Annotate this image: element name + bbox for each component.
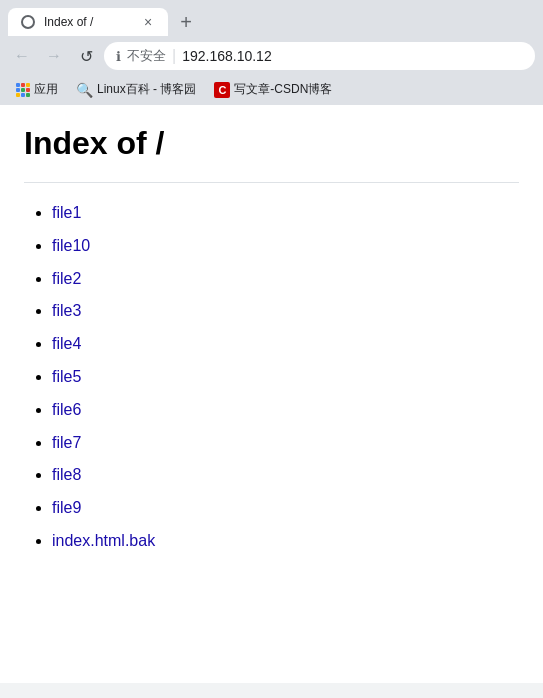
file-link[interactable]: file7 [52, 434, 81, 451]
security-icon: ℹ [116, 49, 121, 64]
address-bar-row: ← → ↺ ℹ 不安全 | 192.168.10.12 [0, 36, 543, 76]
address-url: 192.168.10.12 [182, 48, 272, 64]
bookmark-csdn-label: 写文章-CSDN博客 [234, 81, 332, 98]
file-link[interactable]: file3 [52, 302, 81, 319]
tab-close-button[interactable]: × [140, 14, 156, 30]
separator [24, 182, 519, 183]
active-tab[interactable]: Index of / × [8, 8, 168, 36]
address-bar[interactable]: ℹ 不安全 | 192.168.10.12 [104, 42, 535, 70]
list-item: file2 [52, 265, 519, 294]
list-item: file10 [52, 232, 519, 261]
list-item: file1 [52, 199, 519, 228]
linux-icon: 🔍 [76, 82, 93, 98]
new-tab-button[interactable]: + [172, 8, 200, 36]
file-link[interactable]: file5 [52, 368, 81, 385]
bookmarks-bar: 应用 🔍 Linux百科 - 博客园 C 写文章-CSDN博客 [0, 76, 543, 105]
file-list: file1file10file2file3file4file5file6file… [24, 199, 519, 556]
file-link[interactable]: file4 [52, 335, 81, 352]
refresh-button[interactable]: ↺ [72, 42, 100, 70]
forward-button[interactable]: → [40, 42, 68, 70]
bookmark-linux-label: Linux百科 - 博客园 [97, 81, 196, 98]
csdn-icon: C [214, 82, 230, 98]
list-item: file6 [52, 396, 519, 425]
list-item: index.html.bak [52, 527, 519, 556]
tab-favicon [20, 14, 36, 30]
apps-grid-icon [16, 83, 30, 97]
tab-bar: Index of / × + [0, 0, 543, 36]
back-button[interactable]: ← [8, 42, 36, 70]
browser-chrome: Index of / × + ← → ↺ ℹ 不安全 | 192.168.10.… [0, 0, 543, 105]
file-link[interactable]: file8 [52, 466, 81, 483]
file-link[interactable]: file10 [52, 237, 90, 254]
list-item: file3 [52, 297, 519, 326]
bookmark-apps[interactable]: 应用 [8, 78, 66, 101]
file-link[interactable]: file1 [52, 204, 81, 221]
list-item: file8 [52, 461, 519, 490]
bookmark-linux[interactable]: 🔍 Linux百科 - 博客园 [68, 78, 204, 101]
list-item: file4 [52, 330, 519, 359]
file-link[interactable]: file9 [52, 499, 81, 516]
security-label: 不安全 [127, 47, 166, 65]
globe-icon [21, 15, 35, 29]
bookmark-apps-label: 应用 [34, 81, 58, 98]
bookmark-csdn[interactable]: C 写文章-CSDN博客 [206, 78, 340, 101]
file-link[interactable]: file2 [52, 270, 81, 287]
file-link[interactable]: index.html.bak [52, 532, 155, 549]
page-content: Index of / file1file10file2file3file4fil… [0, 105, 543, 683]
address-divider: | [172, 47, 176, 65]
file-link[interactable]: file6 [52, 401, 81, 418]
list-item: file7 [52, 429, 519, 458]
list-item: file5 [52, 363, 519, 392]
list-item: file9 [52, 494, 519, 523]
page-heading: Index of / [24, 125, 519, 162]
tab-title: Index of / [44, 15, 132, 29]
